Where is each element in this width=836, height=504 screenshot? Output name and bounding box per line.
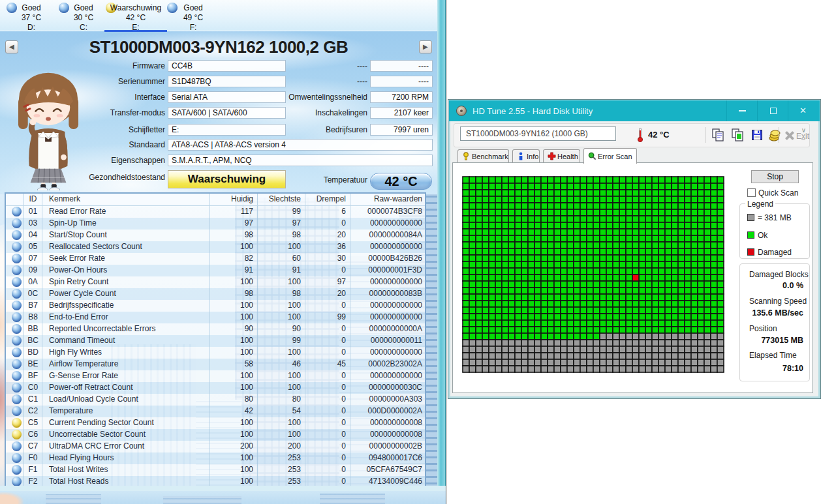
- drive-tab-D[interactable]: Goed37 °CD:: [5, 1, 57, 30]
- smart-row-04[interactable]: 04Start/Stop Count98982000000000084A: [6, 230, 425, 241]
- quick-scan-label: Quick Scan: [758, 188, 798, 198]
- copy-icon[interactable]: [711, 128, 725, 142]
- attribute-status-led: [12, 218, 22, 228]
- field-label: Transfer-modus: [110, 108, 165, 117]
- smart-row-C6[interactable]: C6Uncorrectable Sector Count100100000000…: [6, 429, 425, 441]
- drive-tab-C[interactable]: Goed30 °CC:: [57, 1, 110, 30]
- attribute-status-led: [12, 289, 22, 299]
- tab-health[interactable]: Health: [543, 149, 580, 162]
- smart-row-C7[interactable]: C7UltraDMA CRC Error Count20020000000000…: [6, 441, 425, 452]
- legend-ok-label: Ok: [758, 231, 767, 240]
- smart-row-0A[interactable]: 0ASpin Retry Count10010097000000000000: [6, 276, 425, 288]
- mascot-image: [9, 69, 89, 190]
- smart-row-BD[interactable]: BDHigh Fly Writes1001000000000000000: [6, 347, 425, 359]
- smart-row-03[interactable]: 03Spin-Up Time97970000000000000: [6, 218, 425, 230]
- stat-label: Scanning Speed: [749, 297, 807, 306]
- drive-letter: F:: [166, 23, 221, 32]
- attribute-status-led: [12, 277, 22, 287]
- field-label-right: Omwentelingssnelheid: [288, 93, 367, 102]
- quick-scan-checkbox[interactable]: [747, 188, 756, 197]
- active-tab-underline: [104, 30, 167, 32]
- drive-tab-E[interactable]: Waarschuwing42 °CE:: [104, 1, 167, 30]
- smart-row-B7[interactable]: B7Bedrijfsspecificatie100100000000000000…: [6, 300, 425, 312]
- desktop-wallpaper: [0, 491, 446, 504]
- smart-row-BE[interactable]: BEAirflow Temperature58464500002B23002A: [6, 359, 425, 370]
- close-button[interactable]: ✕: [788, 100, 820, 121]
- field-label: Interface: [134, 93, 165, 102]
- drive-tab-F[interactable]: Goed49 °CF:: [166, 1, 221, 30]
- drive-temp: 49 °C: [166, 13, 221, 22]
- smart-row-BC[interactable]: BCCommand Timeout100990000000000011: [6, 335, 425, 347]
- hdtune-titlebar[interactable]: HD Tune 2.55 - Hard Disk Utility ✕: [449, 100, 820, 121]
- field-value-right: ----: [370, 60, 433, 72]
- drive-status: Goed: [57, 3, 110, 12]
- copy-image-icon[interactable]: [730, 128, 745, 142]
- field-value: SATA/600 | SATA/600: [168, 107, 286, 119]
- health-status-button[interactable]: Waarschuwing: [168, 170, 286, 188]
- stat-value: 135.6 MB/sec: [752, 308, 803, 318]
- field-value-right: ----: [370, 76, 433, 87]
- maximize-button[interactable]: [757, 100, 788, 121]
- smart-row-BB[interactable]: BBReported Uncorrectable Errors909000000…: [6, 323, 425, 335]
- exit-button-label[interactable]: Exit: [796, 132, 809, 141]
- cdi-window-border-bottom: [0, 486, 446, 491]
- thermometer-icon: [638, 128, 643, 142]
- drive-tabstrip: Goed37 °CD:Goed30 °CC:Waarschuwing42 °CE…: [0, 0, 437, 31]
- smart-row-0C[interactable]: 0CPower Cycle Count98982000000000083B: [6, 288, 425, 300]
- smart-row-C0[interactable]: C0Power-off Retract Count100100000000000…: [6, 382, 425, 394]
- stat-value: 78:10: [782, 364, 803, 373]
- attribute-status-led: [12, 254, 22, 263]
- error-scan-grid: [462, 176, 724, 373]
- disk-title: ST1000DM003-9YN162 1000,2 GB: [0, 37, 437, 58]
- drive-status: Goed: [5, 3, 57, 12]
- field-label: Firmware: [132, 61, 165, 70]
- legend-damaged-swatch: [747, 248, 754, 256]
- smart-row-01[interactable]: 01Read Error Rate1179960000074B3CF8: [6, 206, 425, 218]
- attribute-status-led: [12, 371, 22, 381]
- attribute-status-led: [12, 348, 22, 357]
- attribute-status-led: [12, 359, 22, 369]
- field-label: Schijfletter: [129, 125, 165, 134]
- stat-label: Elapsed Time: [749, 351, 797, 360]
- scan-stats-groupbox: Damaged Blocks0.0 %Scanning Speed135.6 M…: [739, 263, 810, 381]
- save-icon[interactable]: [750, 128, 764, 142]
- smart-row-C5[interactable]: C5Current Pending Sector Count1001000000…: [6, 417, 425, 429]
- smart-row-07[interactable]: 07Seek Error Rate82603000000B426B26: [6, 253, 425, 265]
- drive-status: Waarschuwing: [104, 3, 167, 12]
- error-scan-panel: Stop Quick Scan Legend = 381 MB Ok Damag…: [452, 162, 813, 393]
- minimize-button[interactable]: [726, 100, 757, 121]
- legend-title: Legend: [745, 200, 775, 209]
- tab-info[interactable]: Info: [512, 149, 540, 162]
- legend-block-label: = 381 MB: [758, 213, 792, 222]
- smart-row-09[interactable]: 09Power-On Hours91910000000001F3D: [6, 265, 425, 276]
- tab-error-scan[interactable]: Error Scan: [583, 148, 637, 164]
- field-label-right: Bedrijfsuren: [326, 125, 367, 134]
- exit-icon[interactable]: [784, 131, 794, 140]
- smart-row-F1[interactable]: F1Total Host Writes100253005CFA67549C7: [6, 464, 425, 476]
- stat-label: Position: [749, 324, 777, 333]
- smart-row-B8[interactable]: B8End-to-End Error10010099000000000000: [6, 312, 425, 323]
- field-value-right: 2107 keer: [370, 107, 433, 119]
- smart-row-C2[interactable]: C2Temperature42540000D0000002A: [6, 406, 425, 417]
- health-icon: [548, 152, 556, 160]
- attribute-status-led: [12, 383, 22, 393]
- attribute-status-led: [12, 465, 22, 475]
- error-scan-icon: [588, 152, 596, 160]
- benchmark-icon: [462, 152, 471, 160]
- legend-damaged-label: Damaged: [758, 248, 792, 257]
- drive-select-combobox[interactable]: ST1000DM003-9YN162 (1000 GB): [460, 126, 616, 141]
- smart-row-05[interactable]: 05Reallocated Sectors Count1001003600000…: [6, 241, 425, 253]
- attribute-status-led: [12, 477, 22, 486]
- attribute-status-led: [12, 324, 22, 334]
- tab-benchmark[interactable]: Benchmark: [457, 149, 509, 162]
- legend-block-swatch: [747, 214, 754, 221]
- smart-row-C1[interactable]: C1Load/Unload Cycle Count8080000000000A3…: [6, 394, 425, 406]
- attribute-status-led: [12, 336, 22, 346]
- next-drive-button[interactable]: ▶: [419, 40, 432, 53]
- smart-row-F0[interactable]: F0Head Flying Hours10025300948000017C6: [6, 452, 425, 464]
- stop-button[interactable]: Stop: [751, 170, 799, 183]
- health-label: Gezondheidstoestand: [89, 173, 165, 182]
- smart-row-BF[interactable]: BFG-Sense Error Rate1001000000000000000: [6, 370, 425, 382]
- temperature-badge: 42 °C: [370, 173, 432, 190]
- options-icon[interactable]: [767, 128, 782, 142]
